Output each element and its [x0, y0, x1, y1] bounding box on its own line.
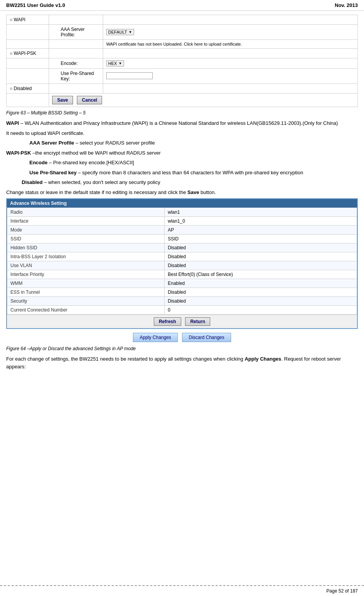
encode-para-text: – Pre-shared key encode.[HEX/ASCII] [48, 160, 134, 165]
wapi-psk-empty [49, 49, 103, 58]
row-value: Disabled [165, 244, 357, 252]
encode-bold: Encode [29, 160, 48, 165]
aaa-para-text: – select your RADIUS server profile [74, 140, 155, 146]
preshared-paragraph: Use Pre-Shared key – specify more than 8… [29, 169, 358, 177]
row-label: ESS in Tunnel [7, 288, 165, 297]
wapi-bold: WAPI [6, 120, 19, 126]
figure63-caption: Figure 63 – Multiple BSSID Setting – 5 [6, 110, 358, 116]
row-label: Current Connected Number [7, 306, 165, 315]
doc-date: Nov. 2013 [335, 2, 358, 8]
figure64-caption: Figure 64 –Apply or Discard the advanced… [6, 346, 358, 351]
cert-empty [7, 40, 49, 49]
row-value: Disabled [165, 297, 357, 306]
preshared-para-text: – specify more than 8 characters and les… [77, 170, 303, 175]
wapi-psk-paragraph: WAPI-PSK –the encrypt method will be WAP… [6, 149, 358, 157]
encode-empty [7, 58, 49, 69]
main-content: ○ WAPI AAA Server Profile: DEFAULT ▼ [0, 11, 364, 396]
table-row: Interface PriorityBest Effort(0) (Class … [7, 270, 357, 279]
row-value: wlan1 [165, 208, 357, 217]
psk-input[interactable] [106, 72, 153, 79]
doc-title: BW2251 User Guide v1.0 [6, 2, 65, 8]
security-form-table: ○ WAPI AAA Server Profile: DEFAULT ▼ [6, 15, 358, 107]
adv-wireless-table: Radiowlan1Interfacewlan1_0ModeAPSSIDSSID… [7, 208, 357, 315]
footer: Page 52 of 187 [0, 585, 364, 596]
table-row: Current Connected Number0 [7, 306, 357, 315]
encode-paragraph: Encode – Pre-shared key encode.[HEX/ASCI… [29, 159, 358, 167]
table-row: Radiowlan1 [7, 208, 357, 217]
wapi-psk-bold: WAPI-PSK [6, 150, 31, 156]
row-label: WMM [7, 279, 165, 288]
encode-value: HEX ▼ [103, 58, 358, 69]
wapi-radio-cell[interactable]: ○ WAPI [7, 15, 49, 25]
wapi-empty-value [103, 15, 358, 25]
cert-msg[interactable]: WAPI certificate has not been Uploaded. … [103, 40, 358, 49]
save-button[interactable]: Save [52, 96, 73, 104]
change-text1: Change status or leave in the default st… [6, 189, 187, 195]
aaa-label: AAA Server Profile: [49, 25, 103, 40]
adv-wireless-table-wrapper: Advance Wireless Setting Radiowlan1Inter… [6, 198, 358, 329]
table-row: Intra-BSS Layer 2 IsolationDisabled [7, 252, 357, 261]
disabled-para-text: – when selected, you don't select any se… [43, 179, 160, 185]
row-value: Disabled [165, 261, 357, 270]
adv-table-footer: Refresh Return [7, 315, 357, 328]
encode-select-value: HEX [108, 61, 117, 66]
table-row: Hidden SSIDDisabled [7, 244, 357, 252]
aaa-paragraph: AAA Server Profile – select your RADIUS … [29, 139, 358, 147]
upload-paragraph: It needs to upload WAPI certificate. [6, 129, 358, 137]
apply-row: Apply Changes Discard Changes [6, 333, 358, 342]
aaa-select-value: DEFAULT [108, 30, 127, 34]
btn-cell: Save Cancel [49, 94, 358, 107]
cert-empty2 [49, 40, 103, 49]
disabled-bold: Disabled [22, 179, 43, 185]
disabled-paragraph: Disabled – when selected, you don't sele… [22, 179, 358, 186]
row-value: SSID [165, 235, 357, 244]
aaa-select[interactable]: DEFAULT ▼ [106, 29, 134, 35]
aaa-bold: AAA Server Profile [29, 140, 74, 146]
encode-label: Encode: [49, 58, 103, 69]
row-value: Enabled [165, 279, 357, 288]
row-label: Security [7, 297, 165, 306]
cancel-button[interactable]: Cancel [77, 96, 102, 104]
page-info: Page 52 of 187 [327, 588, 358, 594]
change-paragraph: Change status or leave in the default st… [6, 189, 358, 196]
row-value: AP [165, 226, 357, 235]
preshared-bold: Use Pre-Shared key [29, 170, 77, 175]
return-button[interactable]: Return [185, 317, 210, 326]
disabled-empty [49, 84, 103, 94]
row-label: Hidden SSID [7, 244, 165, 252]
row-label: Radio [7, 208, 165, 217]
discard-changes-button[interactable]: Discard Changes [182, 333, 231, 342]
encode-dropdown-icon: ▼ [119, 61, 122, 65]
table-row: Use VLANDisabled [7, 261, 357, 270]
aaa-value: DEFAULT ▼ [103, 25, 358, 40]
btn-empty [7, 94, 49, 107]
row-label: Interface [7, 217, 165, 226]
wapi-psk-radio-cell[interactable]: ○ WAPI-PSK [7, 49, 49, 58]
final-text1: For each change of settings, the BW2251 … [6, 356, 245, 362]
apply-changes-button[interactable]: Apply Changes [133, 333, 177, 342]
row-label: Intra-BSS Layer 2 Isolation [7, 252, 165, 261]
row-label: Use VLAN [7, 261, 165, 270]
final-bold: Apply Changes [245, 356, 281, 362]
psk-input-cell [103, 69, 358, 84]
adv-table-title: Advance Wireless Setting [7, 199, 357, 208]
wapi-psk-empty2 [103, 49, 358, 58]
header: BW2251 User Guide v1.0 Nov. 2013 [0, 0, 364, 11]
psk-empty [7, 69, 49, 84]
disabled-radio-cell[interactable]: ○ Disabled [7, 84, 49, 94]
row-value: wlan1_0 [165, 217, 357, 226]
disabled-label: Disabled [14, 86, 32, 91]
dropdown-arrow-icon: ▼ [129, 30, 132, 34]
encode-select[interactable]: HEX ▼ [106, 60, 124, 66]
row-label: SSID [7, 235, 165, 244]
row-label: Mode [7, 226, 165, 235]
aaa-empty [7, 25, 49, 40]
refresh-button[interactable]: Refresh [154, 317, 181, 326]
wapi-empty-label [49, 15, 103, 25]
row-value: Disabled [165, 252, 357, 261]
row-value: Disabled [165, 288, 357, 297]
row-label: Interface Priority [7, 270, 165, 279]
table-row: Security Disabled [7, 297, 357, 306]
table-row: WMMEnabled [7, 279, 357, 288]
wapi-label: WAPI [14, 17, 26, 22]
